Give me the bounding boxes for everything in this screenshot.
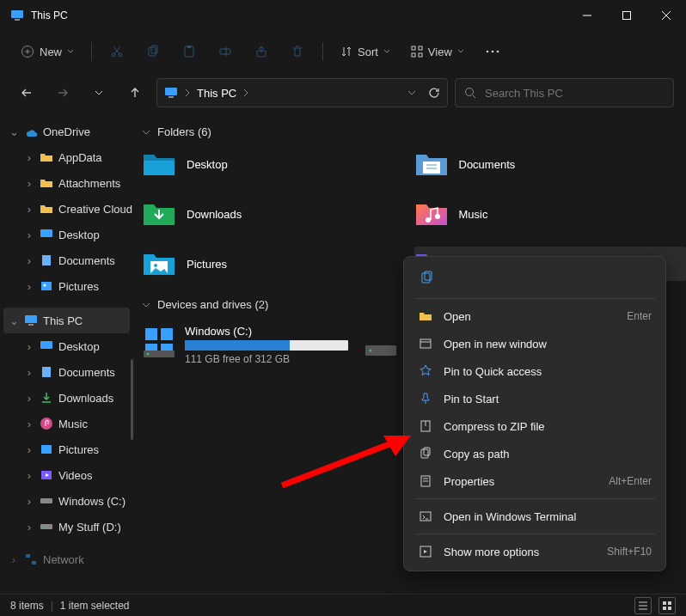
sidebar-item-label: Pictures: [58, 443, 99, 456]
sidebar-item-pc-d[interactable]: ›My Stuff (D:): [0, 514, 133, 540]
sidebar-item-pictures[interactable]: ›Pictures: [0, 273, 133, 299]
chevron-down-icon[interactable]: ⌄: [9, 314, 19, 327]
sidebar-item-attachments[interactable]: ›Attachments: [0, 170, 133, 196]
drive-c[interactable]: Windows (C:) 111 GB free of 312 GB: [142, 325, 348, 365]
sidebar-item-pc-music[interactable]: ›Music: [0, 411, 133, 436]
this-pc-icon: [164, 86, 178, 100]
sidebar-item-onedrive[interactable]: ⌄ OneDrive: [0, 119, 133, 144]
cut-button[interactable]: [101, 37, 133, 66]
recent-button[interactable]: [84, 78, 113, 107]
view-button[interactable]: View: [402, 37, 473, 66]
chevron-right-icon[interactable]: ›: [24, 495, 34, 508]
svg-point-52: [435, 214, 440, 219]
titlebar: This PC: [0, 0, 686, 31]
search-box[interactable]: [455, 78, 674, 107]
sidebar-item-creative[interactable]: ›Creative Cloud: [0, 196, 133, 222]
sidebar-item-pc-videos[interactable]: ›Videos: [0, 462, 133, 488]
chevron-right-icon[interactable]: ›: [24, 229, 34, 241]
svg-point-54: [154, 264, 157, 267]
tiles-view-button[interactable]: [658, 597, 676, 614]
drive-name: Windows (C:): [185, 325, 348, 338]
refresh-icon[interactable]: [428, 87, 440, 99]
folder-downloads[interactable]: Downloads: [142, 197, 414, 231]
search-input[interactable]: [485, 87, 665, 100]
address-bar[interactable]: This PC: [156, 78, 448, 107]
chevron-right-icon[interactable]: ›: [24, 392, 34, 405]
sidebar-item-pc-downloads[interactable]: ›Downloads: [0, 385, 133, 411]
onedrive-icon: [24, 125, 38, 138]
close-button[interactable]: [646, 0, 686, 31]
sidebar-item-documents[interactable]: ›Documents: [0, 247, 133, 273]
sidebar-item-label: Windows (C:): [58, 495, 126, 508]
chevron-right-icon[interactable]: ›: [24, 469, 34, 482]
delete-button[interactable]: [281, 37, 314, 66]
sidebar-item-appdata[interactable]: ›AppData: [0, 144, 133, 170]
chevron-right-icon[interactable]: ›: [24, 254, 34, 267]
chevron-down-icon[interactable]: ⌄: [9, 125, 19, 138]
drive-d[interactable]: [364, 325, 398, 365]
svg-rect-47: [32, 561, 36, 564]
ctx-copy-path[interactable]: Copy as path: [409, 440, 660, 467]
sidebar-item-label: Music: [58, 418, 88, 430]
chevron-right-icon[interactable]: ›: [9, 553, 19, 566]
minimize-button[interactable]: [567, 0, 607, 31]
share-button[interactable]: [245, 37, 278, 66]
chevron-right-icon[interactable]: ›: [24, 340, 34, 353]
folder-music[interactable]: Music: [414, 197, 687, 231]
sidebar-item-network[interactable]: ›Network: [0, 546, 133, 572]
status-items: 8 items: [10, 600, 44, 612]
sidebar-item-thispc[interactable]: ⌄ This PC: [3, 308, 130, 333]
sidebar-item-pc-desktop[interactable]: ›Desktop: [0, 333, 133, 359]
folder-desktop[interactable]: Desktop: [142, 147, 414, 181]
folder-documents[interactable]: Documents: [414, 147, 687, 181]
sidebar-item-desktop[interactable]: ›Desktop: [0, 222, 133, 247]
svg-point-43: [42, 500, 44, 502]
paste-button[interactable]: [173, 37, 205, 66]
chevron-right-icon[interactable]: ›: [24, 280, 34, 293]
rename-button[interactable]: [209, 37, 242, 66]
folder-icon: [40, 202, 53, 216]
copy-button[interactable]: [414, 265, 438, 290]
sidebar-item-label: Videos: [58, 469, 93, 482]
chevron-right-icon[interactable]: ›: [24, 443, 34, 456]
copy-button[interactable]: [137, 37, 169, 66]
sort-label: Sort: [358, 46, 378, 58]
svg-line-11: [114, 46, 120, 54]
group-header-folders[interactable]: Folders (6): [142, 120, 686, 147]
up-button[interactable]: [120, 78, 150, 107]
ctx-show-more[interactable]: Show more options Shift+F10: [409, 538, 660, 565]
details-view-button[interactable]: [634, 597, 652, 614]
network-icon: [24, 552, 38, 566]
ctx-zip[interactable]: Compress to ZIP file: [409, 412, 660, 440]
ctx-open-new-window[interactable]: Open in new window: [409, 330, 660, 357]
folder-pictures[interactable]: Pictures: [142, 247, 414, 281]
sort-button[interactable]: Sort: [332, 37, 399, 66]
ctx-pin-start[interactable]: Pin to Start: [409, 385, 660, 412]
more-button[interactable]: [476, 37, 509, 66]
chevron-right-icon[interactable]: ›: [24, 366, 34, 379]
chevron-right-icon[interactable]: ›: [24, 418, 34, 430]
sidebar-item-pc-documents[interactable]: ›Documents: [0, 359, 133, 385]
chevron-right-icon[interactable]: ›: [24, 521, 34, 534]
breadcrumb-root[interactable]: This PC: [197, 87, 236, 100]
sidebar-item-pc-c[interactable]: ›Windows (C:): [0, 488, 133, 514]
context-menu[interactable]: Open Enter Open in new window Pin to Qui…: [403, 256, 666, 571]
navigation-pane[interactable]: ⌄ OneDrive ›AppData ›Attachments ›Creati…: [0, 113, 133, 594]
ctx-properties[interactable]: Properties Alt+Enter: [409, 467, 660, 495]
back-button[interactable]: [12, 78, 41, 107]
this-pc-icon: [10, 9, 24, 22]
new-button[interactable]: New: [12, 37, 83, 66]
drive-free: 111 GB free of 312 GB: [185, 353, 348, 365]
ctx-open[interactable]: Open Enter: [409, 302, 660, 330]
chevron-right-icon[interactable]: ›: [24, 177, 34, 190]
folder-label: Music: [459, 208, 488, 221]
chevron-down-icon[interactable]: [407, 88, 416, 97]
chevron-right-icon[interactable]: ›: [24, 203, 34, 216]
forward-button[interactable]: [48, 78, 77, 107]
maximize-button[interactable]: [607, 0, 646, 31]
sidebar-item-pc-pictures[interactable]: ›Pictures: [0, 436, 133, 462]
chevron-right-icon[interactable]: ›: [24, 151, 34, 164]
ctx-pin-quick[interactable]: Pin to Quick access: [409, 357, 660, 385]
svg-rect-48: [423, 162, 440, 174]
ctx-terminal[interactable]: Open in Windows Terminal: [409, 503, 660, 530]
